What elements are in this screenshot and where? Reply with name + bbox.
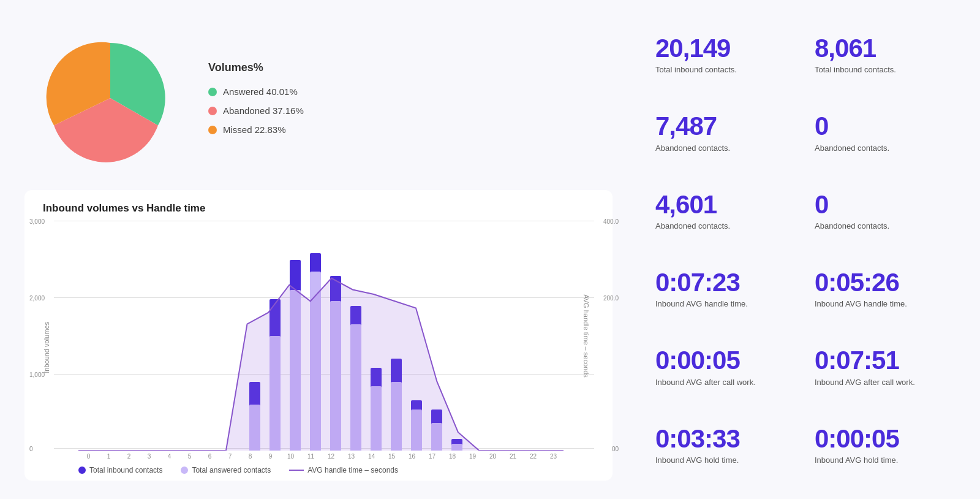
x-label: 14 — [361, 453, 382, 460]
stat-label-5: Abandoned contacts. — [815, 221, 956, 230]
bar-light — [451, 444, 462, 451]
pie-legend: Volumes% Answered 40.01% Abandoned 37.16… — [208, 61, 304, 135]
bar-group — [382, 221, 402, 451]
x-label: 10 — [281, 453, 301, 460]
x-label: 15 — [382, 453, 402, 460]
grid-label-2000: 2,000 — [29, 294, 45, 301]
stat-value-7: 0:05:26 — [815, 269, 956, 297]
legend-label-abandoned: Abandoned 37.16% — [223, 105, 304, 116]
legend-item-answered: Answered 40.01% — [208, 86, 304, 97]
x-label: 22 — [523, 453, 543, 460]
bar-group — [200, 221, 220, 451]
stat-value-10: 0:03:33 — [655, 425, 796, 453]
bar-group — [220, 221, 240, 451]
pie-section: Volumes% Answered 40.01% Abandoned 37.16… — [24, 18, 612, 178]
grid-label-1000: 1,000 — [29, 371, 45, 378]
legend-light: Total answered contacts — [181, 466, 271, 474]
x-label: 2 — [119, 453, 139, 460]
chart-body: Inbound volumes 3,000 400.0 2,000 200.0 — [43, 221, 594, 474]
stat-value-3: 0 — [815, 112, 956, 140]
x-label: 20 — [483, 453, 503, 460]
bar-light — [431, 423, 442, 451]
bar-group — [179, 221, 200, 451]
stat-label-10: Inbound AVG hold time. — [655, 455, 796, 465]
bar-light — [350, 324, 361, 451]
stat-value-11: 0:00:05 — [815, 425, 956, 453]
x-label: 7 — [220, 453, 240, 460]
bars-container — [78, 221, 564, 451]
bar-group — [139, 221, 159, 451]
grid-label-right-200: 200.0 — [603, 294, 619, 301]
stat-value-2: 7,487 — [655, 112, 796, 140]
bar-light — [270, 336, 281, 451]
stat-value-9: 0:07:51 — [815, 346, 956, 375]
legend-circle-light — [181, 467, 188, 474]
bar-group — [321, 221, 341, 451]
pie-svg — [43, 31, 178, 166]
bar-group — [402, 221, 422, 451]
x-label: 23 — [543, 453, 564, 460]
legend-dark-label: Total inbound contacts — [89, 466, 162, 474]
chart-title: Inbound volumes vs Handle time — [43, 202, 594, 215]
stat-label-0: Total inbound contacts. — [655, 65, 796, 74]
grid-label-right-400: 400.0 — [603, 218, 619, 225]
x-label: 21 — [503, 453, 523, 460]
stat-cell-7: 0:05:26Inbound AVG handle time. — [815, 253, 956, 324]
x-label: 0 — [78, 453, 99, 460]
bar-group — [99, 221, 119, 451]
bar-group — [260, 221, 281, 451]
stat-label-11: Inbound AVG hold time. — [815, 455, 956, 465]
stat-cell-11: 0:00:05Inbound AVG hold time. — [815, 409, 956, 481]
x-label: 16 — [402, 453, 422, 460]
legend-dark: Total inbound contacts — [78, 466, 162, 474]
chart-area: 3,000 400.0 2,000 200.0 1,000 0 00 — [54, 221, 594, 474]
stat-cell-8: 0:00:05Inbound AVG after call work. — [655, 330, 796, 402]
legend-label-missed: Missed 22.83% — [223, 124, 286, 135]
bar-light — [330, 301, 341, 451]
x-label: 13 — [341, 453, 361, 460]
dashboard-container: Volumes% Answered 40.01% Abandoned 37.16… — [0, 0, 980, 499]
bar-group — [341, 221, 361, 451]
bar-group — [442, 221, 462, 451]
bar-chart-section: Inbound volumes vs Handle time Inbound v… — [24, 190, 612, 481]
chart-grid-bars: 3,000 400.0 2,000 200.0 1,000 0 00 — [54, 221, 594, 451]
stat-cell-4: 4,601Abandoned contacts. — [655, 175, 796, 246]
stat-label-6: Inbound AVG handle time. — [655, 299, 796, 308]
stat-label-9: Inbound AVG after call work. — [815, 378, 956, 387]
x-label: 17 — [422, 453, 442, 460]
legend-line: AVG handle time – seconds — [289, 466, 398, 474]
bar-group — [422, 221, 442, 451]
grid-label-right-0: 00 — [612, 446, 619, 452]
legend-dot-abandoned — [208, 107, 217, 115]
grid-label-0: 0 — [29, 446, 33, 452]
stat-value-5: 0 — [815, 191, 956, 219]
bar-group — [78, 221, 99, 451]
grid-label-3000: 3,000 — [29, 218, 45, 225]
y-axis-label: Inbound volumes — [43, 322, 50, 373]
legend-dot-missed — [208, 126, 217, 134]
stat-label-2: Abandoned contacts. — [655, 143, 796, 153]
x-label: 9 — [260, 453, 281, 460]
bar-group — [543, 221, 564, 451]
legend-line-label: AVG handle time – seconds — [307, 466, 398, 474]
stat-cell-1: 8,061Total inbound contacts. — [815, 18, 956, 90]
x-label: 4 — [159, 453, 179, 460]
stat-value-0: 20,149 — [655, 34, 796, 63]
bar-group — [119, 221, 139, 451]
pie-legend-title: Volumes% — [208, 61, 304, 74]
legend-item-missed: Missed 22.83% — [208, 124, 304, 135]
bar-light — [249, 405, 260, 451]
legend-light-label: Total answered contacts — [192, 466, 271, 474]
legend-circle-dark — [78, 467, 86, 474]
x-label: 19 — [462, 453, 483, 460]
stats-panel: 20,149Total inbound contacts.8,061Total … — [631, 18, 956, 481]
stat-cell-0: 20,149Total inbound contacts. — [655, 18, 796, 90]
stat-label-8: Inbound AVG after call work. — [655, 378, 796, 387]
bar-group — [361, 221, 382, 451]
bar-group — [159, 221, 179, 451]
stat-cell-5: 0Abandoned contacts. — [815, 175, 956, 246]
bar-light — [391, 382, 402, 451]
bar-group — [503, 221, 523, 451]
x-axis: 01234567891011121314151617181920212223 — [54, 453, 594, 460]
stat-cell-9: 0:07:51Inbound AVG after call work. — [815, 330, 956, 402]
